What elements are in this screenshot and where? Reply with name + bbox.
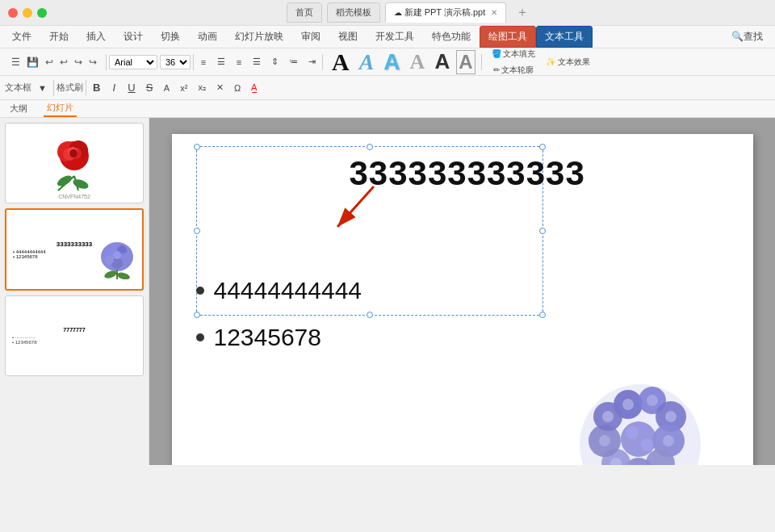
- menu-view[interactable]: 视图: [329, 26, 367, 48]
- main-layout: 1: [0, 118, 775, 465]
- list-icon[interactable]: ≔: [285, 55, 302, 69]
- svg-point-17: [104, 255, 114, 265]
- svg-point-21: [116, 271, 131, 279]
- slide-3-container: 3 7777777 • ··············· • 12345678: [5, 295, 144, 376]
- menu-draw-tools[interactable]: 绘图工具: [480, 26, 536, 48]
- slide-3-thumb[interactable]: 7777777 • ··············· • 12345678: [5, 295, 144, 376]
- menu-insert[interactable]: 插入: [78, 26, 115, 48]
- handle-top-right[interactable]: [539, 144, 546, 150]
- text-outline-btn[interactable]: ✏ 文本轮廓: [488, 63, 540, 77]
- handle-bottom-middle[interactable]: [367, 312, 373, 318]
- new-tab-button[interactable]: ＋: [511, 2, 534, 23]
- slide-1-thumb[interactable]: CNVFN4752: [5, 123, 144, 203]
- underline-button[interactable]: U: [124, 80, 139, 95]
- minimize-button[interactable]: [23, 8, 32, 18]
- qa-redo2-icon[interactable]: ↪: [87, 55, 98, 69]
- qa-redo-icon[interactable]: ↪: [73, 55, 84, 69]
- svg-point-2: [56, 173, 73, 188]
- text-style-5[interactable]: A: [431, 49, 453, 74]
- clear-format-button[interactable]: ✕: [212, 81, 228, 94]
- tab-slides[interactable]: 幻灯片: [44, 100, 77, 117]
- format-section-label: 文本框: [5, 82, 31, 94]
- separator3: [322, 54, 323, 70]
- qa-save-icon[interactable]: 💾: [25, 55, 40, 69]
- bold-button[interactable]: B: [89, 80, 104, 95]
- text-style-6[interactable]: A: [456, 50, 475, 74]
- bullet-text-2[interactable]: 12345678: [214, 318, 321, 357]
- tab-template[interactable]: 稻壳模板: [327, 2, 380, 23]
- italic-button[interactable]: I: [107, 80, 121, 95]
- slide-canvas: 333333333333 44444444444 12345678: [172, 134, 753, 465]
- qa-undo-icon[interactable]: ↩: [44, 55, 55, 69]
- subscript-button[interactable]: x₂: [195, 81, 211, 94]
- maximize-button[interactable]: [37, 8, 47, 18]
- menu-file[interactable]: 文件: [3, 26, 40, 48]
- paint-bucket-icon: 🪣: [492, 49, 501, 58]
- font-size-select[interactable]: 36.7: [160, 55, 191, 69]
- bullet-item-2: 12345678: [196, 318, 362, 357]
- handle-middle-right[interactable]: [539, 228, 546, 234]
- bullet-dot-1: [196, 287, 204, 295]
- text-options-group: 🪣 文本填充 ✏ 文本轮廓: [488, 47, 540, 77]
- menu-animation[interactable]: 动画: [189, 26, 226, 48]
- close-button[interactable]: [8, 8, 18, 18]
- tab-current-file[interactable]: ☁新建 PPT 演示稿.ppt ✕: [385, 2, 507, 23]
- handle-top-left[interactable]: [194, 144, 200, 150]
- text-style-1[interactable]: A: [329, 48, 353, 76]
- color-picker-button[interactable]: A̲: [247, 81, 262, 94]
- slide-2-thumb[interactable]: 3333333333 • 44444444444 • 12345678: [5, 208, 144, 291]
- format-section-dropdown[interactable]: ▼: [34, 82, 51, 94]
- tab-outline[interactable]: 大纲: [6, 101, 31, 116]
- menu-review[interactable]: 审阅: [292, 26, 329, 48]
- slide-3-title: 7777777: [12, 327, 136, 333]
- slide-title[interactable]: 333333333333: [350, 154, 585, 193]
- handle-middle-left[interactable]: [194, 228, 200, 234]
- svg-point-39: [622, 399, 634, 410]
- hydrangea-thumb-svg: [99, 239, 136, 279]
- svg-point-37: [640, 438, 653, 451]
- text-style-2[interactable]: A: [356, 49, 378, 75]
- bullet-text-1[interactable]: 44444444444: [214, 271, 362, 310]
- menu-special[interactable]: 特色功能: [423, 26, 480, 48]
- align-left-icon[interactable]: ≡: [196, 56, 211, 69]
- qa-menu-icon[interactable]: ☰: [10, 55, 22, 69]
- menu-devtools[interactable]: 开发工具: [367, 26, 423, 48]
- slide-2-preview: 3333333333 • 44444444444 • 12345678: [10, 213, 139, 286]
- shadow-button[interactable]: A: [159, 82, 174, 94]
- tab-home[interactable]: 首页: [287, 2, 322, 23]
- menu-text-tools[interactable]: 文本工具: [536, 26, 593, 48]
- window-controls[interactable]: [8, 8, 47, 18]
- slide-1-preview: CNVFN4752: [9, 127, 140, 199]
- qa-undo2-icon[interactable]: ↩: [58, 55, 69, 69]
- menu-slideshow[interactable]: 幻灯片放映: [226, 26, 292, 48]
- hydrangea-svg: [551, 368, 729, 465]
- text-fill-btn[interactable]: 🪣 文本填充: [488, 47, 540, 61]
- quick-access-bar: ☰ 💾 ↩ ↩ ↪ ↪: [5, 55, 103, 69]
- text-style-3[interactable]: A: [380, 49, 403, 75]
- indent-icon[interactable]: ⇥: [304, 55, 320, 69]
- menu-transition[interactable]: 切换: [152, 26, 189, 48]
- menu-search[interactable]: 🔍查找: [723, 26, 772, 48]
- special-char-button[interactable]: Ω: [230, 82, 245, 94]
- sep6: [86, 80, 86, 96]
- align-center-icon[interactable]: ☰: [213, 55, 229, 69]
- superscript-button[interactable]: x²: [176, 82, 191, 94]
- bullet-dot-2: [196, 333, 204, 341]
- text-effect-btn[interactable]: ✨ 文本效果: [542, 55, 594, 69]
- separator1: [106, 54, 107, 70]
- canvas-area[interactable]: 333333333333 44444444444 12345678: [149, 118, 775, 465]
- slide-3-preview: 7777777 • ··············· • 12345678: [9, 300, 140, 372]
- align-justify-icon[interactable]: ☰: [249, 55, 265, 69]
- menu-start[interactable]: 开始: [40, 26, 78, 48]
- strikethrough-button[interactable]: S: [142, 80, 157, 95]
- bullet-item-1: 44444444444: [196, 271, 362, 310]
- align-right-icon[interactable]: ≡: [232, 56, 246, 69]
- font-family-select[interactable]: Arial: [109, 55, 157, 69]
- handle-bottom-right[interactable]: [539, 312, 546, 318]
- line-spacing-icon[interactable]: ⇕: [267, 55, 283, 69]
- handle-top-middle[interactable]: [367, 144, 373, 150]
- menu-design[interactable]: 设计: [115, 26, 152, 48]
- text-style-4[interactable]: A: [407, 50, 429, 74]
- tab-close-icon[interactable]: ✕: [491, 8, 497, 17]
- svg-point-45: [602, 411, 614, 422]
